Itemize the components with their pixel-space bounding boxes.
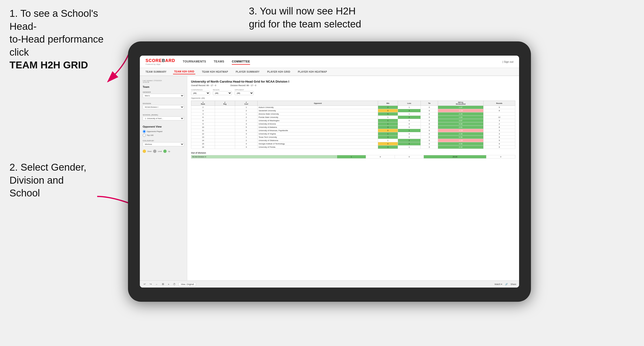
subnav-player-summary[interactable]: PLAYER SUMMARY [235,70,260,74]
cell-reg [215,129,235,132]
cell-reg [215,122,235,126]
cell-rounds: 8 [483,109,515,112]
col-conf: #Conf [235,101,258,106]
cell-opponent: University of Alabama [258,126,378,129]
cell-conf: 3 [235,132,258,136]
cell-rank: 16 [191,146,215,149]
view-original-btn[interactable]: View: Original [178,282,196,286]
cell-rank: 8 [191,119,215,122]
table-header-row: #Rank #Reg #Conf Opponent Win Loss Tie D… [191,101,515,106]
subnav-team-h2h-heatmap[interactable]: TEAM H2H HEATMAP [201,70,229,74]
sidebar-team-section: Team [143,85,184,88]
colour-select[interactable]: Win/loss [143,142,184,146]
sign-out[interactable]: | Sign out [502,60,514,63]
clock-btn[interactable]: ⏱ [172,282,176,286]
crop-btn[interactable]: ⊞ [161,282,165,286]
back-btn[interactable]: ← [154,282,159,286]
cell-diff: -4.33 [438,129,484,132]
h2h-table: #Rank #Reg #Conf Opponent Win Loss Tie D… [191,101,515,149]
cell-opponent: Arizona State University [258,112,378,116]
sub-navbar: TEAM SUMMARY TEAM H2H GRID TEAM H2H HEAT… [140,68,519,76]
app-navbar: SCOREBARD Powered by clippi TOURNAMENTS … [140,56,519,68]
col-rounds: Rounds [483,101,515,106]
radio-top-100-input[interactable] [143,134,146,137]
table-row: 6 2 Florida State University 1 2 0 1.83 … [191,116,515,119]
cell-tie: 0 [421,132,438,136]
cell-rank: 2 [191,106,215,109]
cell-tie: 0 [421,129,438,132]
col-opponent: Opponent [258,101,378,106]
cell-win: 5 [378,112,398,116]
cell-loss: 1 [398,129,421,132]
undo-btn[interactable]: ↩ [143,282,147,286]
table-row: 13 1 Texas Tech University 3 0 0 5.56 9 [191,136,515,139]
cell-reg [215,112,235,116]
col-win: Win [378,101,398,106]
cell-opponent: University of Oklahoma [258,139,378,142]
cell-loss: 1 [398,146,421,149]
cell-reg [215,116,235,119]
radio-top-100[interactable]: Top 100 [143,134,184,137]
opponent-select[interactable]: (All) [235,91,254,95]
opponent-filter: Opponent (All) [235,89,254,95]
cell-diff: 4.50 [438,142,484,146]
cell-rounds [483,112,515,116]
nav-committee[interactable]: COMMITTEE [232,59,250,65]
cell-rounds: 9 [483,146,515,149]
cell-reg [215,146,235,149]
cell-reg [215,126,235,129]
table-area: University of North Carolina Head-to-Hea… [187,76,519,280]
redo-btn[interactable]: ↪ [148,282,153,286]
cell-win: 1 [378,119,398,122]
device-frame: SCOREBARD Powered by clippi TOURNAMENTS … [128,41,531,302]
cell-diff: -1.00 [438,139,484,142]
subnav-player-h2h-grid[interactable]: PLAYER H2H GRID [266,70,291,74]
col-reg: #Reg [215,101,235,106]
cell-rounds: 2 [483,122,515,126]
cell-loss: 0 [398,122,421,126]
cell-win: 1 [378,132,398,136]
cell-diff: 2.29 [438,112,484,116]
gender-select[interactable]: Men's [143,94,184,98]
share-btn[interactable]: Share [510,283,516,285]
nav-teams[interactable]: TEAMS [214,59,224,65]
filter-row: Conference (All) Region (All) Opponent [191,89,515,95]
records-row: Overall Record: 89 - 17 - 0 Division Rec… [191,84,515,87]
cell-diff: 9.00 [438,122,484,126]
cell-conf: 1 [235,136,258,139]
cell-tie: 0 [421,106,438,109]
cell-tie: 0 [421,109,438,112]
cell-conf: 1 [235,106,258,109]
out-of-division-row: NCAA Division II 1 0 0 26.00 3 [191,155,515,159]
radio-opponents-played[interactable]: Opponents Played [143,130,184,133]
cell-conf: 3 [235,122,258,126]
opponents-label-row: Opponents: (All) [191,97,515,99]
cell-win: 1 [378,122,398,126]
cell-rounds: 9 [483,136,515,139]
ood-rounds: 3 [486,155,515,159]
nav-tournaments[interactable]: TOURNAMENTS [183,59,206,65]
cell-conf: 2 [235,139,258,142]
conference-select[interactable]: (All) [191,91,210,95]
cell-rounds: 3 [483,119,515,122]
subnav-player-h2h-heatmap[interactable]: PLAYER H2H HEATMAP [297,70,328,74]
cell-loss: 2 [398,139,421,142]
watch-btn[interactable]: Watch ▾ [494,283,502,285]
school-select[interactable]: 1. University of Nort... [143,116,184,121]
cell-opponent: University of Arkansas, Fayetteville [258,129,378,132]
region-select[interactable]: (All) [213,91,232,95]
cell-conf: 2 [235,119,258,122]
toolbar-actions: Watch ▾ 🔗 Share [494,283,516,285]
table-row: 3 2 Vanderbilt University 0 4 0 -2.29 8 [191,109,515,112]
colour-level-dot [153,150,156,153]
subnav-team-h2h-grid[interactable]: TEAM H2H GRID [173,69,195,74]
cell-rank: 15 [191,142,215,146]
share-icon-btn[interactable]: 🔗 [505,283,508,285]
division-select[interactable]: NCAA Division I [143,105,184,109]
cell-rank: 10 [191,126,215,129]
add-btn[interactable]: + [167,282,170,286]
cell-diff: 5.56 [438,136,484,139]
sidebar-colour-section: Colour by Win/loss Down Level Up [143,140,184,153]
radio-opponents-played-input[interactable] [143,130,146,133]
subnav-team-summary[interactable]: TEAM SUMMARY [144,70,167,74]
